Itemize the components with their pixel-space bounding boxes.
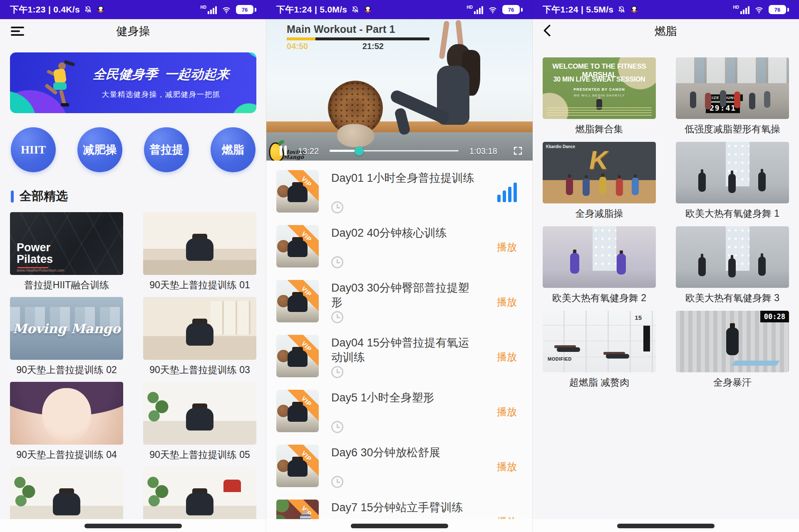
episode-title: Day6 30分钟放松舒展	[331, 445, 477, 460]
qq-app-icon	[96, 5, 105, 14]
thumb-timer-label: CIZE BOUNCE	[706, 94, 743, 101]
back-icon[interactable]	[543, 24, 556, 37]
vip-ribbon: VIP	[283, 170, 319, 206]
category-button[interactable]: 减肥操	[77, 127, 122, 172]
episode-info: Day01 1小时全身普拉提训练	[331, 170, 477, 214]
vip-ribbon: VIP	[283, 335, 319, 371]
category-button[interactable]: 燃脂	[211, 127, 256, 172]
hd-label: HD	[467, 5, 473, 10]
status-right-icons: HD 76	[201, 5, 256, 14]
video-card[interactable]: CIZE BOUNCE 29:41 低强度减脂塑形有氧操	[676, 57, 789, 136]
video-card[interactable]: 90天垫上普拉提训练 03	[143, 297, 256, 376]
play-button[interactable]: 播放	[497, 350, 517, 364]
workout-times: 04:50 21:52	[287, 42, 429, 52]
video-thumbnail	[676, 142, 789, 203]
video-caption: 90天垫上普拉提训练 02	[10, 364, 123, 376]
mute-icon	[617, 5, 626, 14]
video-caption: 欧美大热有氧健身舞 3	[676, 292, 789, 304]
play-button[interactable]: 播放	[497, 405, 517, 418]
menu-icon[interactable]	[11, 27, 24, 36]
play-button[interactable]: 播放	[497, 295, 517, 309]
burn-gesture-pill[interactable]	[617, 524, 715, 528]
pause-icon[interactable]	[280, 146, 287, 156]
video-card[interactable]: 欧美大热有氧健身舞 2	[543, 226, 656, 304]
episode-row[interactable]: VIP Day01 1小时全身普拉提训练	[266, 165, 533, 220]
video-caption: 欧美大热有氧健身舞 1	[676, 207, 789, 220]
video-card[interactable]: 90天垫上普拉提训练 01	[143, 212, 256, 292]
mute-icon	[351, 5, 360, 14]
vip-label: VIP	[283, 335, 319, 369]
video-thumbnail: Kkardio Dance K	[543, 142, 656, 203]
episode-title: Day7 15分钟站立手臂训练	[331, 500, 477, 515]
workout-progress-bar	[287, 37, 429, 40]
video-card[interactable]: 欧美大热有氧健身舞 3	[676, 226, 789, 304]
video-card[interactable]: 00:28 全身暴汗	[676, 311, 789, 389]
vip-ribbon: VIP	[283, 390, 319, 426]
video-thumbnail: CIZE BOUNCE 29:41	[676, 57, 789, 119]
episode-info: Day02 40分钟核心训练	[331, 225, 477, 269]
play-button[interactable]: 播放	[497, 240, 517, 254]
video-card[interactable]: 90天垫上普拉提训练 04	[10, 382, 123, 461]
seek-slider[interactable]	[330, 150, 459, 151]
episode-thumbnail: VIP	[276, 390, 319, 432]
episode-action: 播放	[477, 405, 523, 418]
episode-action: 播放	[477, 460, 523, 473]
video-card[interactable]: MODIFIED 15 超燃脂 减赘肉	[543, 311, 656, 389]
video-card[interactable]: Moving Mango 90天垫上普拉提训练 02	[10, 297, 123, 376]
player-gesture-pill[interactable]	[351, 524, 448, 528]
battery-nub	[255, 8, 256, 12]
clock-icon	[331, 201, 343, 213]
thumb-text-1: MODIFIED	[548, 356, 572, 361]
seek-knob[interactable]	[355, 146, 364, 156]
page-title: 燃脂	[655, 24, 677, 39]
video-caption: 90天垫上普拉提训练 03	[143, 364, 256, 376]
status-time: 下午1:23 | 0.4K/s	[10, 4, 80, 15]
fullscreen-icon[interactable]	[513, 146, 523, 156]
episode-title: Day5 1小时全身塑形	[331, 391, 477, 405]
episode-info: Day5 1小时全身塑形	[331, 390, 477, 434]
battery-nub	[521, 8, 523, 12]
thumb-text-2: K	[587, 145, 610, 175]
video-thumbnail	[543, 226, 656, 288]
home-gesture-pill[interactable]	[84, 524, 182, 528]
clock-icon	[331, 421, 343, 433]
clock-icon	[331, 256, 343, 268]
play-button[interactable]: 播放	[497, 460, 517, 473]
video-player[interactable]: Main Workout - Part 1 04:50 21:52 Moving…	[266, 19, 533, 161]
category-button[interactable]: 普拉提	[144, 127, 189, 172]
episode-info: Day04 15分钟普拉提有氧运动训练	[331, 335, 477, 379]
episode-row[interactable]: VIP Day5 1小时全身塑形 播放	[266, 384, 533, 439]
wifi-icon	[488, 5, 498, 14]
qq-app-icon	[630, 5, 639, 14]
video-card[interactable]: Power Pilates www.HeatherRobertson.com 普…	[10, 212, 123, 292]
episode-row[interactable]: VIP Day03 30分钟臀部普拉提塑形 播放	[266, 275, 533, 329]
battery-icon: 76	[769, 5, 786, 14]
app-bar: 燃脂	[533, 19, 799, 43]
screen-player: 下午1:24 | 5.0M/s HD 76 Main Workout - Par…	[266, 0, 533, 532]
current-time: 13:22	[298, 146, 319, 156]
episode-thumbnail: VIP	[276, 225, 319, 267]
video-thumbnail	[143, 382, 256, 445]
promo-banner[interactable]: 全民健身季 一起动起来 大量精选健身操，减肥健身一把抓	[10, 52, 256, 113]
video-card[interactable]: 90天垫上普拉提训练 05	[143, 382, 256, 461]
video-card[interactable]: 欧美大热有氧健身舞 1	[676, 142, 789, 220]
category-button[interactable]: HIIT	[11, 127, 56, 172]
episode-action: 播放	[477, 350, 523, 364]
episode-row[interactable]: VIP Day02 40分钟核心训练 播放	[266, 220, 533, 275]
episode-row[interactable]: VIP Day04 15分钟普拉提有氧运动训练 播放	[266, 329, 533, 384]
qq-app-icon	[363, 5, 372, 14]
clock-icon	[331, 311, 343, 323]
video-caption: 欧美大热有氧健身舞 2	[543, 292, 656, 304]
thumb-text-3: PRESENTED BY CANON	[545, 87, 653, 92]
cell-signal-icon: HD	[733, 5, 749, 14]
playing-equalizer-icon	[497, 182, 517, 202]
video-thumbnail: Moving Mango	[10, 297, 123, 360]
video-card[interactable]: WELCOME TO THE FITNESS MARSHAL 30 MIN LI…	[543, 57, 656, 136]
episode-action: 播放	[477, 295, 523, 309]
episode-row[interactable]: VIP Day6 30分钟放松舒展 播放	[266, 439, 533, 494]
thumb-text-1: Power	[17, 241, 50, 254]
episode-thumbnail: VIP	[276, 445, 319, 487]
episode-action: 播放	[477, 240, 523, 254]
thumb-subtext: www.HeatherRobertson.com	[17, 268, 65, 272]
video-card[interactable]: Kkardio Dance K 全身减脂操	[543, 142, 656, 220]
